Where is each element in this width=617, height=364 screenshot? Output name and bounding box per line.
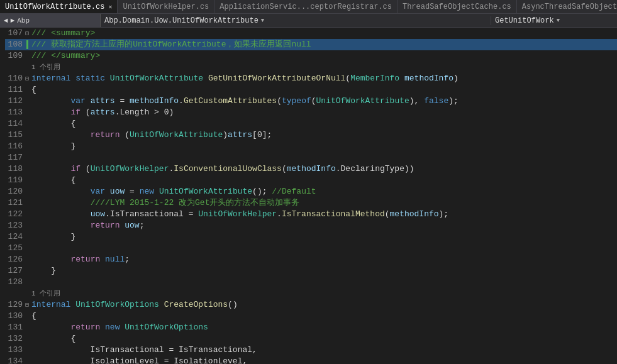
code-content: uow.IsTransactional = UnitOfWorkHelper.I… (31, 209, 448, 220)
code-line: 125 (5, 243, 617, 254)
token-kw2: return (91, 130, 120, 140)
tab-unit-of-work-helper[interactable]: UnitOfWorkHelper.cs (118, 0, 214, 13)
token-type: UnitOfWorkAttribute (159, 187, 252, 196)
code-content: return uow; (31, 220, 144, 231)
toolbar-project[interactable]: ◄ ► Abp (0, 14, 101, 27)
token-plain: IsolationLevel = IsolationLevel, (31, 356, 247, 364)
code-line: 134 IsolationLevel = IsolationLevel, (5, 356, 617, 364)
line-number: 126 (5, 254, 23, 265)
token-plain (31, 130, 91, 140)
token-param: methodInfo (390, 209, 439, 219)
token-plain (31, 221, 91, 230)
code-content: var uow = new UnitOfWorkAttribute(); //D… (31, 186, 316, 197)
code-editor[interactable]: 107⊟/// <summary>108/// 获取指定方法上应用的UnitOf… (0, 28, 617, 364)
nav-back[interactable]: ◄ (4, 17, 8, 25)
collapse-icon[interactable]: ⊟ (25, 302, 29, 309)
token-plain (31, 96, 70, 106)
line-number: 115 (5, 130, 23, 141)
token-plain: () (228, 300, 238, 309)
token-plain: .IsTransactional = (105, 209, 198, 219)
tab-async-thread-safe[interactable]: AsyncThreadSafeObjectCach (517, 0, 617, 13)
code-content: { (31, 175, 75, 186)
tab-app-service[interactable]: ApplicationServic...ceptorRegistrar.cs (214, 0, 397, 13)
token-plain: ( (81, 164, 91, 174)
line-indicator[interactable]: ⊟ (23, 28, 31, 40)
token-plain: ( (345, 74, 350, 83)
code-line: 109/// </summary> (5, 50, 617, 62)
token-plain (31, 209, 91, 219)
line-indicator[interactable]: ⊟ (23, 73, 31, 85)
token-method: IsConventionalUowClass (174, 164, 282, 174)
code-line: 131 return new UnitOfWorkOptions (5, 322, 617, 333)
tab-label-0: UnitOfWorkAttribute.cs (5, 3, 104, 11)
code-content: { (31, 311, 36, 322)
token-kw: var (91, 187, 105, 196)
line-indicator[interactable]: ⊟ (23, 299, 31, 311)
code-content: internal UnitOfWorkOptions CreateOptions… (31, 299, 238, 311)
code-content: IsolationLevel = IsolationLevel, (31, 356, 247, 364)
code-line: 120 var uow = new UnitOfWorkAttribute();… (5, 186, 617, 197)
token-kw: false (424, 96, 448, 106)
code-content (31, 152, 36, 163)
tab-unit-of-work-attribute[interactable]: UnitOfWorkAttribute.cs ✕ (0, 0, 118, 13)
collapse-icon[interactable]: ⊟ (25, 30, 29, 37)
token-plain: ( (277, 96, 282, 106)
code-content: var attrs = methodInfo.GetCustomAttribut… (31, 96, 459, 107)
tab-thread-safe[interactable]: ThreadSafeObjectCache.cs (397, 0, 517, 13)
token-param: methodInfo (404, 74, 453, 83)
token-type: UnitOfWorkAttribute (316, 96, 409, 106)
code-content: if (UnitOfWorkHelper.IsConventionalUowCl… (31, 163, 414, 175)
token-plain (31, 164, 70, 174)
token-plain: .DeclaringType)) (336, 164, 414, 174)
token-plain: . (277, 209, 282, 219)
token-plain (159, 300, 164, 309)
line-number: 120 (5, 186, 23, 197)
code-line: 132 { (5, 333, 617, 345)
namespace-label: Abp.Domain.Uow.UnitOfWorkAttribute (104, 16, 258, 25)
token-kw: internal (31, 74, 70, 83)
token-param: uow (125, 221, 139, 230)
code-content: return null; (31, 254, 130, 265)
token-kw2: if (70, 164, 81, 174)
close-tab-0[interactable]: ✕ (108, 3, 112, 11)
token-kw: null (105, 255, 125, 264)
collapse-icon[interactable]: ⊟ (25, 75, 29, 82)
code-content: } (31, 265, 56, 277)
token-type: UnitOfWorkAttribute (110, 74, 203, 83)
code-content: { (31, 84, 36, 96)
line-number: 132 (5, 333, 23, 345)
code-content: } (31, 231, 75, 243)
token-type: UnitOfWorkOptions (75, 300, 159, 309)
line-number: 133 (5, 345, 23, 356)
line-number: 117 (5, 152, 23, 163)
line-indicator[interactable] (23, 39, 31, 50)
token-param: uow (91, 209, 105, 219)
green-bar (26, 40, 28, 49)
method-dropdown[interactable]: GetUnitOfWork ▼ (491, 16, 617, 25)
namespace-dropdown[interactable]: Abp.Domain.Uow.UnitOfWorkAttribute ▼ (101, 16, 491, 25)
line-number: 112 (5, 96, 23, 107)
code-line: 111{ (5, 84, 617, 96)
line-number: 111 (5, 84, 23, 96)
toolbar: ◄ ► Abp Abp.Domain.Uow.UnitOfWorkAttribu… (0, 14, 617, 28)
token-plain (100, 323, 105, 332)
token-param: attrs (228, 130, 252, 140)
token-kw: new (140, 187, 154, 196)
code-line: 114 { (5, 118, 617, 130)
line-number: 118 (5, 163, 23, 175)
code-content: ////LYM 2015-1-22 改为Get开头的方法不自动加事务 (31, 197, 299, 209)
line-number: 114 (5, 118, 23, 130)
code-content: 1 个引用 (31, 288, 60, 299)
line-number: 130 (5, 311, 23, 322)
line-number: 121 (5, 197, 23, 209)
token-plain: ( (311, 96, 316, 106)
line-number: 110 (5, 73, 23, 84)
token-plain: = (115, 96, 130, 106)
token-plain (105, 74, 110, 83)
nav-forward[interactable]: ► (11, 17, 15, 25)
project-label: Abp (17, 17, 30, 25)
code-line: 129⊟internal UnitOfWorkOptions CreateOpt… (5, 299, 617, 311)
tab-label-3: ThreadSafeObjectCache.cs (403, 3, 511, 11)
token-comment: /// 获取指定方法上应用的UnitOfWorkAttribute，如果未应用返… (31, 40, 311, 49)
token-plain: ( (282, 164, 287, 174)
